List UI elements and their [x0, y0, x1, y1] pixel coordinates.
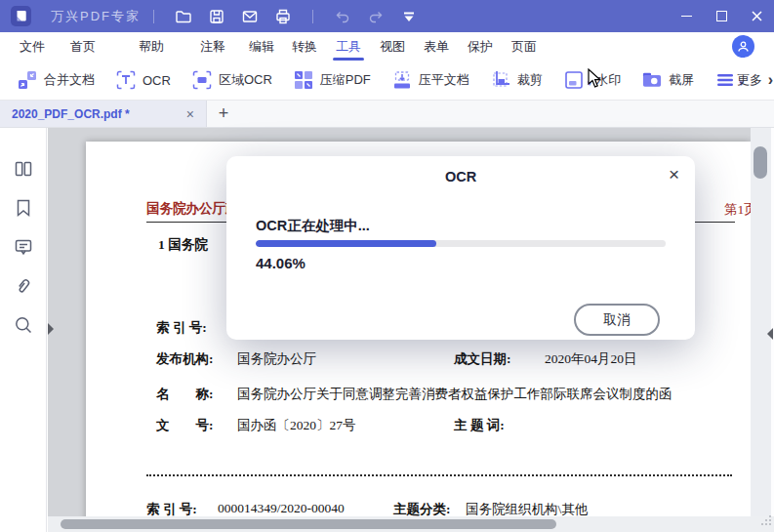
print-icon[interactable] — [266, 0, 300, 32]
menu-page[interactable]: 页面 — [511, 32, 537, 61]
ocr-progress-percent: 44.06% — [256, 255, 306, 271]
menu-comment[interactable]: 注释 — [200, 32, 225, 61]
menu-help[interactable]: 帮助 — [139, 32, 164, 61]
thumbnails-icon[interactable] — [14, 159, 33, 179]
doc-field-value: 2020年04月20日 — [545, 350, 637, 368]
horizontal-scrollbar[interactable] — [48, 516, 774, 532]
search-icon[interactable] — [14, 315, 33, 335]
doc-field-value: 国务院办公厅关于同意调整完善消费者权益保护工作部际联席会议制度的函 — [237, 386, 672, 403]
window-resize-grip[interactable] — [760, 512, 772, 530]
tool-label: 合并文档 — [44, 71, 95, 89]
tool-label: 裁剪 — [517, 71, 543, 89]
tool-label: 更多 — [737, 71, 762, 89]
redo-icon[interactable] — [359, 0, 392, 32]
titlebar: 万兴PDF专家 — [0, 0, 774, 32]
compress-pdf-icon — [294, 70, 313, 90]
flatten-document-icon — [392, 70, 412, 90]
titlebar-separator — [312, 10, 313, 23]
doc-field-label: 名 称: — [156, 386, 214, 403]
new-tab-button[interactable]: + — [207, 101, 240, 127]
close-icon — [752, 11, 762, 21]
toolbar-expand-chevron[interactable]: › — [768, 61, 773, 100]
email-icon[interactable] — [233, 0, 266, 32]
tool-crop[interactable]: 裁剪 — [491, 70, 543, 90]
minimize-icon — [681, 16, 692, 17]
menu-edit[interactable]: 编辑 — [249, 32, 274, 61]
doc-field-value: 000014349/2020-00040 — [218, 501, 345, 516]
collapse-toolbar-icon[interactable] — [392, 0, 426, 32]
tool-compress-pdf[interactable]: 压缩PDF — [294, 70, 371, 90]
doc-header-left: 国务院办公厅政 — [146, 200, 239, 218]
mouse-cursor — [588, 68, 601, 89]
tool-label: 截屏 — [669, 71, 694, 89]
menu-file[interactable]: 文件 — [20, 32, 45, 61]
area-ocr-icon — [192, 70, 212, 90]
doc-field-label: 索 引 号: — [156, 319, 207, 337]
menu-tools[interactable]: 工具 — [336, 32, 361, 61]
tool-flatten-document[interactable]: 压平文档 — [392, 70, 469, 90]
ocr-status-text: OCR正在处理中... — [256, 217, 370, 235]
crop-icon — [491, 70, 510, 90]
menu-protect[interactable]: 保护 — [468, 32, 493, 61]
maximize-button[interactable] — [704, 0, 739, 32]
tool-label: 压缩PDF — [320, 71, 371, 89]
tool-label: OCR — [143, 73, 171, 88]
sidebar-expand-handle[interactable] — [48, 323, 54, 335]
ocr-progress-bar — [256, 240, 666, 247]
tab-document[interactable]: 2020_PDF_OCR.pdf * × — [0, 101, 207, 127]
open-file-icon[interactable] — [167, 0, 200, 32]
doc-field-label: 文 号: — [156, 417, 214, 434]
vertical-scrollbar-thumb[interactable] — [754, 146, 767, 179]
ocr-progress-fill — [256, 240, 436, 247]
tool-label: 区域OCR — [219, 71, 272, 89]
dialog-title: OCR — [226, 169, 695, 184]
tool-ocr[interactable]: OCR — [116, 70, 171, 90]
tabbar: 2020_PDF_OCR.pdf * × + — [0, 101, 774, 128]
doc-field-value: 国办函〔2020〕27号 — [237, 417, 356, 434]
attachments-icon[interactable] — [14, 276, 33, 296]
app-title: 万兴PDF专家 — [51, 8, 141, 25]
titlebar-separator — [153, 10, 154, 23]
right-panel-expand-handle[interactable] — [767, 328, 773, 340]
comments-icon[interactable] — [14, 237, 33, 257]
tool-merge-documents[interactable]: 合并文档 — [18, 70, 95, 90]
undo-icon[interactable] — [326, 0, 359, 32]
toolbar: 合并文档 OCR 区域OCR 压缩PDF 压平文档 — [0, 61, 774, 101]
tool-screenshot[interactable]: 截屏 — [642, 70, 694, 90]
hamburger-icon — [715, 70, 735, 90]
tool-area-ocr[interactable]: 区域OCR — [192, 70, 272, 90]
close-button[interactable] — [739, 0, 774, 32]
menu-convert[interactable]: 转换 — [292, 32, 317, 61]
maximize-icon — [716, 11, 727, 21]
app-window: 万兴PDF专家 文件 — [0, 0, 774, 532]
doc-field-label: 发布机构: — [156, 350, 214, 368]
save-icon[interactable] — [200, 0, 233, 32]
menubar: 文件 首页 帮助 注释 编辑 转换 工具 视图 表单 保护 页面 — [0, 32, 774, 61]
dialog-close-icon[interactable]: × — [669, 165, 679, 184]
bookmarks-icon[interactable] — [14, 198, 33, 218]
left-sidebar — [0, 128, 47, 532]
doc-field-label: 成文日期: — [454, 350, 511, 368]
doc-heading: 1 国务院 — [158, 236, 208, 254]
menu-home[interactable]: 首页 — [70, 32, 96, 61]
screenshot-camera-icon — [642, 70, 662, 90]
tab-title: 2020_PDF_OCR.pdf * — [12, 107, 181, 121]
app-logo-icon — [11, 6, 31, 26]
doc-dotted-divider — [146, 474, 732, 476]
window-controls — [669, 0, 774, 32]
ocr-icon — [116, 70, 136, 90]
tool-more[interactable]: 更多 — [737, 61, 764, 100]
merge-documents-icon — [18, 70, 37, 90]
menu-view[interactable]: 视图 — [380, 32, 405, 61]
cancel-button[interactable]: 取消 — [574, 304, 660, 336]
account-avatar[interactable] — [732, 35, 754, 58]
watermark-icon — [564, 70, 584, 90]
doc-field-value: 国务院办公厅 — [237, 350, 316, 368]
minimize-button[interactable] — [669, 0, 704, 32]
doc-field-label: 主 题 词: — [454, 417, 505, 434]
ocr-dialog: OCR × OCR正在处理中... 44.06% 取消 — [226, 156, 695, 340]
horizontal-scrollbar-thumb[interactable] — [61, 519, 556, 529]
menu-form[interactable]: 表单 — [424, 32, 449, 61]
user-icon — [737, 40, 750, 53]
tab-close-icon[interactable]: × — [186, 106, 194, 122]
